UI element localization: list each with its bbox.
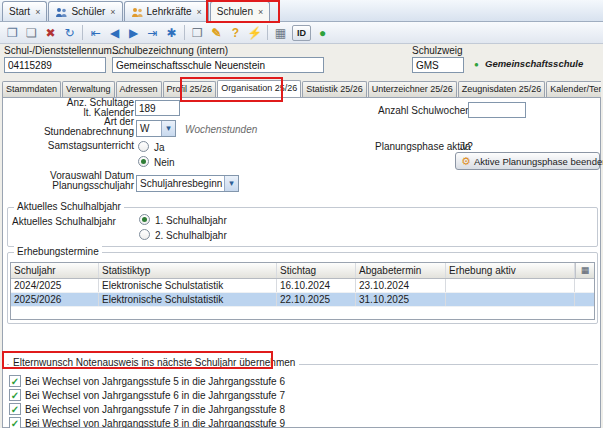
tab-adressen[interactable]: Adressen: [116, 81, 162, 97]
cell-statistiktyp: Elektronische Schulstatistik: [99, 293, 277, 306]
print-icon[interactable]: ❒: [188, 24, 207, 42]
grade8-checkbox[interactable]: ✓: [9, 417, 21, 428]
close-icon[interactable]: ×: [258, 7, 263, 17]
id-button[interactable]: ID: [292, 25, 311, 41]
cell-stichtag: 16.10.2024: [277, 279, 356, 292]
section-tabstrip: Stammdaten Verwaltung Adressen Profil 25…: [2, 80, 601, 97]
tab-label: Schüler: [71, 6, 105, 17]
tab-zeugnisdaten[interactable]: Zeugnisdaten 25/26: [458, 81, 546, 97]
cell-statistiktyp: Elektronische Schulstatistik: [99, 279, 277, 292]
tab-schueler[interactable]: Schüler ×: [48, 1, 122, 21]
label-line: Samstagsunterricht: [48, 140, 134, 151]
half-year-label: Aktuelles Schulhalbjahr: [12, 216, 116, 227]
refresh-icon[interactable]: ↻: [60, 24, 79, 42]
school-number-input[interactable]: [4, 57, 106, 73]
stamp-icon[interactable]: ✎: [207, 24, 226, 42]
hours-mode-combo[interactable]: W ▾: [136, 120, 176, 137]
status-icon[interactable]: ●: [313, 24, 332, 42]
survey-group: Erhebungstermine Schuljahr Statistiktyp …: [7, 252, 598, 324]
label-line: Stundenabrechnung: [44, 126, 134, 137]
toolbar-separator: [267, 25, 268, 40]
grade6-checkbox[interactable]: ✓: [9, 389, 21, 401]
tab-schulen[interactable]: Schulen ×: [210, 1, 270, 21]
chevron-down-icon[interactable]: ▾: [224, 176, 238, 191]
nav-prev-icon[interactable]: ◀: [105, 24, 124, 42]
nav-first-icon[interactable]: ⇤: [86, 24, 105, 42]
students-icon: [55, 7, 68, 17]
hours-mode-note: Wochenstunden: [185, 124, 257, 135]
form-icon[interactable]: ❏: [22, 24, 41, 42]
copy-icon[interactable]: ❐: [3, 24, 22, 42]
school-branch-input[interactable]: [412, 57, 464, 73]
grade5-checkbox[interactable]: ✓: [9, 375, 21, 387]
col-erhebung-aktiv[interactable]: Erhebung aktiv: [446, 263, 575, 278]
close-icon[interactable]: ×: [110, 7, 115, 17]
saturday-yes-radio[interactable]: [138, 141, 149, 152]
lightning-icon[interactable]: ⚡: [245, 24, 264, 42]
close-icon[interactable]: ×: [197, 7, 202, 17]
combo-value: Schuljahresbeginn: [140, 178, 222, 189]
table-options-icon[interactable]: ▦: [575, 263, 594, 278]
school-name-input[interactable]: [112, 57, 324, 73]
col-stichtag[interactable]: Stichtag: [277, 263, 356, 278]
cell-filler: [575, 293, 594, 306]
help-icon[interactable]: ?: [226, 24, 245, 42]
tab-kalender[interactable]: Kalender/Termine 25/26: [546, 81, 601, 97]
organisation-panel: Anz. Schultage lt. Kalender Anzahl Schul…: [2, 97, 601, 428]
cell-filler: [575, 279, 594, 292]
tab-organisation[interactable]: Organisation 25/26: [217, 80, 301, 97]
tab-statistik[interactable]: Statistik 25/26: [302, 81, 367, 97]
cell-schuljahr: 2025/2026: [11, 293, 99, 306]
table-row[interactable]: 2024/2025 Elektronische Schulstatistik 1…: [11, 279, 594, 293]
school-name-label: Schulbezeichnung (intern): [112, 45, 228, 56]
school-weeks-input[interactable]: [468, 102, 526, 118]
grade7-checkbox[interactable]: ✓: [9, 403, 21, 415]
nav-new-icon[interactable]: ✱: [162, 24, 181, 42]
tab-verwaltung[interactable]: Verwaltung: [62, 81, 115, 97]
gear-icon: ⚙: [461, 155, 471, 168]
school-branch-label: Schulzweig: [412, 45, 463, 56]
chevron-down-icon[interactable]: ▾: [161, 121, 175, 136]
grade5-label: Bei Wechsel von Jahrgangsstufe 5 in die …: [25, 376, 285, 387]
nav-next-icon[interactable]: ▶: [124, 24, 143, 42]
grade6-label: Bei Wechsel von Jahrgangsstufe 6 in die …: [25, 390, 285, 401]
planning-phase-value: Ja: [460, 141, 471, 152]
check-icon: ✓: [11, 418, 19, 428]
tab-stammdaten[interactable]: Stammdaten: [2, 81, 61, 97]
cell-abgabetermin: 31.10.2025: [356, 293, 446, 306]
hours-mode-label: Art der Stundenabrechnung: [31, 117, 134, 137]
school-number-label: Schul-/Dienststellennum...: [4, 45, 120, 56]
saturday-yes-label: Ja: [154, 142, 165, 153]
col-statistiktyp[interactable]: Statistiktyp: [99, 263, 277, 278]
check-icon: ✓: [11, 390, 19, 401]
half-year-1-label: 1. Schulhalbjahr: [155, 215, 227, 226]
group-title: Aktuelles Schulhalbjahr: [14, 201, 124, 212]
tab-start[interactable]: Start ×: [2, 1, 47, 21]
saturday-no-radio[interactable]: [138, 156, 149, 167]
close-icon[interactable]: ×: [35, 7, 40, 17]
nav-last-icon[interactable]: ⇥: [143, 24, 162, 42]
preselect-date-combo[interactable]: Schuljahresbeginn ▾: [136, 175, 239, 192]
tab-unterzeichner[interactable]: Unterzeichner 25/26: [368, 81, 457, 97]
survey-table: Schuljahr Statistiktyp Stichtag Abgabete…: [10, 262, 595, 320]
preselect-date-label: Vorauswahl Datum Planungsschuljahr: [31, 171, 134, 191]
end-planning-phase-button[interactable]: ⚙ Aktive Planungsphase beenden: [455, 152, 600, 170]
teachers-icon: [131, 7, 144, 17]
tab-label: Start: [9, 6, 30, 17]
button-label: Aktive Planungsphase beenden: [474, 156, 603, 167]
calculator-icon[interactable]: ▦: [271, 24, 290, 42]
col-schuljahr[interactable]: Schuljahr: [11, 263, 99, 278]
planning-phase-label: Planungsphase aktiv?: [375, 141, 473, 152]
cell-abgabetermin: 23.10.2024: [356, 279, 446, 292]
col-abgabetermin[interactable]: Abgabetermin: [356, 263, 446, 278]
tab-label: Schulen: [217, 6, 253, 17]
delete-icon[interactable]: ✖: [41, 24, 60, 42]
cell-schuljahr: 2024/2025: [11, 279, 99, 292]
school-days-input[interactable]: [135, 100, 180, 116]
tab-lehrkraefte[interactable]: Lehrkräfte ×: [124, 1, 209, 21]
toolbar-separator: [82, 25, 83, 40]
half-year-2-radio[interactable]: [139, 229, 150, 240]
half-year-1-radio[interactable]: [139, 214, 150, 225]
table-row-selected[interactable]: 2025/2026 Elektronische Schulstatistik 2…: [11, 293, 594, 307]
tab-profil[interactable]: Profil 25/26: [163, 81, 217, 97]
